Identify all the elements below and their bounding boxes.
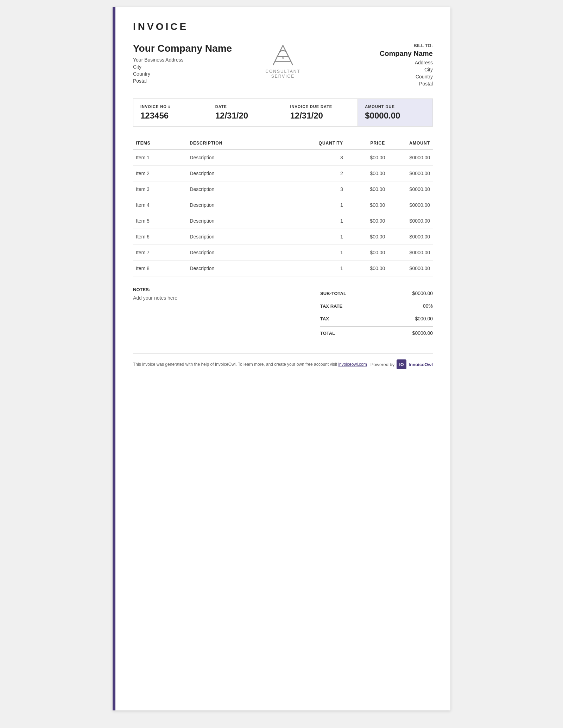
tax-rate-label: TAX RATE — [320, 304, 342, 309]
footer-text-start: This invoice was generated with the help… — [133, 362, 338, 367]
item-amount: $0000.00 — [388, 229, 433, 245]
bill-country: Country — [311, 74, 433, 79]
invoice-no-label: INVOICE NO # — [140, 104, 201, 109]
table-row: Item 8 Description 1 $00.00 $0000.00 — [133, 261, 433, 276]
item-price: $00.00 — [346, 181, 388, 197]
item-amount: $0000.00 — [388, 181, 433, 197]
item-description: Description — [187, 245, 301, 261]
item-amount: $0000.00 — [388, 166, 433, 181]
tax-row: TAX $000.00 — [320, 312, 433, 325]
tax-label: TAX — [320, 316, 329, 321]
item-price: $00.00 — [346, 197, 388, 213]
col-header-amount: AMOUNT — [388, 137, 433, 149]
col-header-quantity: QUANTITY — [301, 137, 346, 149]
date-cell: DATE 12/31/20 — [208, 99, 283, 126]
item-description: Description — [187, 166, 301, 181]
amount-due-label: AMOUNT DUE — [365, 104, 425, 109]
total-value: $0000.00 — [412, 330, 433, 336]
company-country: Country — [133, 71, 255, 77]
company-address: Your Business Address — [133, 57, 255, 63]
tax-rate-value: 00% — [423, 303, 433, 309]
item-amount: $0000.00 — [388, 149, 433, 166]
item-price: $00.00 — [346, 261, 388, 276]
amount-due-value: $0000.00 — [365, 111, 425, 121]
svg-line-0 — [273, 45, 283, 65]
table-row: Item 7 Description 1 $00.00 $0000.00 — [133, 245, 433, 261]
item-price: $00.00 — [346, 229, 388, 245]
subtotal-value: $0000.00 — [412, 290, 433, 296]
item-quantity: 1 — [301, 261, 346, 276]
item-description: Description — [187, 197, 301, 213]
company-city: City — [133, 64, 255, 70]
col-header-description: DESCRIPTION — [187, 137, 301, 149]
item-quantity: 2 — [301, 166, 346, 181]
item-description: Description — [187, 149, 301, 166]
item-amount: $0000.00 — [388, 245, 433, 261]
invoiceowl-logo-icon: IO — [397, 359, 406, 369]
item-name: Item 2 — [133, 166, 187, 181]
table-row: Item 5 Description 1 $00.00 $0000.00 — [133, 213, 433, 229]
item-amount: $0000.00 — [388, 213, 433, 229]
due-date-value: 12/31/20 — [290, 111, 351, 121]
invoice-title: INVOICE — [133, 21, 188, 32]
bill-to-section: BILL TO: Company Name Address City Count… — [311, 43, 433, 88]
item-price: $00.00 — [346, 245, 388, 261]
item-name: Item 5 — [133, 213, 187, 229]
total-row: TOTAL $0000.00 — [320, 326, 433, 339]
subtotal-row: SUB-TOTAL $0000.00 — [320, 287, 433, 300]
totals-section: SUB-TOTAL $0000.00 TAX RATE 00% TAX $000… — [320, 287, 433, 339]
item-description: Description — [187, 229, 301, 245]
item-price: $00.00 — [346, 166, 388, 181]
brand-name: InvoiceOwl — [409, 362, 433, 367]
col-header-price: PRICE — [346, 137, 388, 149]
item-quantity: 1 — [301, 197, 346, 213]
table-row: Item 1 Description 3 $00.00 $0000.00 — [133, 149, 433, 166]
col-header-items: ITEMS — [133, 137, 187, 149]
item-amount: $0000.00 — [388, 261, 433, 276]
table-header-row: ITEMS DESCRIPTION QUANTITY PRICE AMOUNT — [133, 137, 433, 149]
total-label: TOTAL — [320, 331, 335, 336]
item-name: Item 1 — [133, 149, 187, 166]
item-description: Description — [187, 181, 301, 197]
subtotal-label: SUB-TOTAL — [320, 291, 346, 296]
table-row: Item 6 Description 1 $00.00 $0000.00 — [133, 229, 433, 245]
due-date-label: INVOICE DUE DATE — [290, 104, 351, 109]
invoice-page: INVOICE Your Company Name Your Business … — [113, 7, 450, 710]
item-description: Description — [187, 213, 301, 229]
svg-text:✕: ✕ — [282, 56, 284, 60]
invoice-info-bar: INVOICE NO # 123456 DATE 12/31/20 INVOIC… — [133, 98, 433, 127]
footer: This invoice was generated with the help… — [133, 359, 433, 369]
notes-label: NOTES: — [133, 287, 306, 292]
amount-due-cell: AMOUNT DUE $0000.00 — [358, 99, 432, 126]
invoice-no-cell: INVOICE NO # 123456 — [133, 99, 208, 126]
company-info: Your Company Name Your Business Address … — [133, 43, 255, 85]
company-postal: Postal — [133, 78, 255, 84]
svg-text:IO: IO — [399, 362, 404, 367]
consultant-logo-icon: ✕ — [271, 43, 295, 68]
logo-label: CONSULTANT SERVICE — [265, 69, 301, 79]
item-name: Item 4 — [133, 197, 187, 213]
header-divider — [195, 27, 433, 27]
item-quantity: 1 — [301, 245, 346, 261]
item-description: Description — [187, 261, 301, 276]
bill-company-name: Company Name — [311, 50, 433, 58]
item-quantity: 1 — [301, 229, 346, 245]
invoice-header: INVOICE — [133, 21, 433, 32]
tax-rate-row: TAX RATE 00% — [320, 300, 433, 312]
footer-divider — [133, 353, 433, 354]
item-price: $00.00 — [346, 149, 388, 166]
due-date-cell: INVOICE DUE DATE 12/31/20 — [283, 99, 358, 126]
item-quantity: 1 — [301, 213, 346, 229]
table-row: Item 4 Description 1 $00.00 $0000.00 — [133, 197, 433, 213]
notes-text: Add your notes here — [133, 295, 306, 301]
footer-link[interactable]: invoiceowl.com — [338, 362, 367, 367]
footer-left: This invoice was generated with the help… — [133, 362, 371, 367]
bill-postal: Postal — [311, 81, 433, 87]
item-name: Item 7 — [133, 245, 187, 261]
date-value: 12/31/20 — [215, 111, 276, 121]
notes-section: NOTES: Add your notes here — [133, 287, 306, 339]
item-quantity: 3 — [301, 149, 346, 166]
company-bill-section: Your Company Name Your Business Address … — [133, 43, 433, 88]
bottom-section: NOTES: Add your notes here SUB-TOTAL $00… — [133, 287, 433, 339]
items-section: ITEMS DESCRIPTION QUANTITY PRICE AMOUNT … — [133, 137, 433, 276]
